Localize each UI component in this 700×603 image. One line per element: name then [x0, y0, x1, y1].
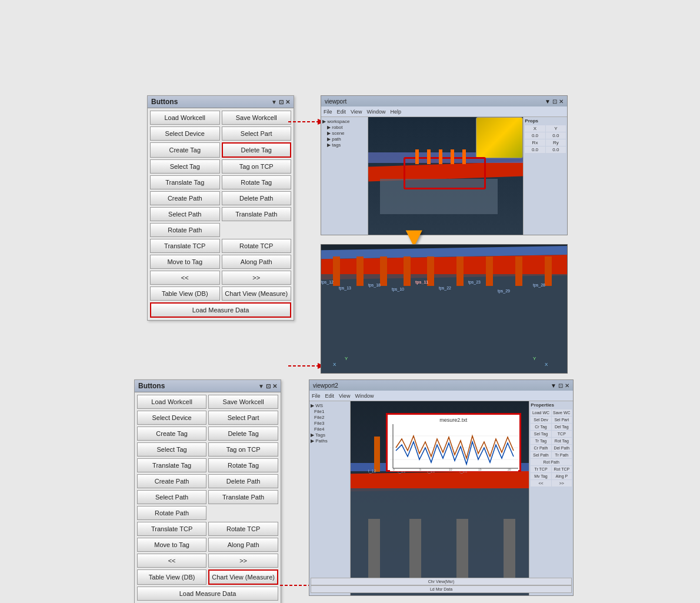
save-workcell-btn-bot[interactable]: Save Workcell — [208, 395, 278, 409]
along-path-btn-bot[interactable]: Along Path — [208, 538, 278, 552]
prev-btn-bot[interactable]: << — [137, 554, 206, 568]
delete-tag-btn-bot[interactable]: Delete Tag — [208, 427, 278, 441]
scene-area-top — [368, 117, 524, 235]
select-part-btn-top[interactable]: Select Part — [222, 126, 292, 141]
pillar-4 — [404, 256, 411, 286]
next-btn-top[interactable]: >> — [222, 271, 292, 285]
create-tag-btn-top[interactable]: Create Tag — [150, 142, 220, 158]
properties-panel-top: Props X Y 0.0 0.0 Rx Ry 0.0 0.0 — [523, 117, 567, 235]
chart-view-btn-top[interactable]: Chart View (Measure) — [222, 286, 292, 301]
bottom-buttons-panel: Buttons ▼ ⊡ ✕ Load Workcell Save Workcel… — [134, 379, 281, 603]
rotate-path-btn-top[interactable]: Rotate Path — [150, 223, 220, 237]
tag-2-top — [427, 149, 431, 164]
move-to-tag-btn-top[interactable]: Move to Tag — [150, 255, 220, 269]
viewport-menubar-bot: File Edit View Window — [309, 391, 573, 401]
rotate-tag-btn-top[interactable]: Rotate Tag — [222, 175, 292, 189]
tag-on-tcp-btn-bot[interactable]: Tag on TCP — [208, 442, 278, 457]
file-tree-bot: ▶ WS File1 File2 File3 File4 ▶ Tags ▶ Pa… — [309, 401, 351, 595]
select-device-btn-bot[interactable]: Select Device — [137, 411, 206, 425]
tag-1-top — [415, 149, 419, 164]
svg-text:20: 20 — [508, 468, 511, 471]
panel-header-top: Buttons ▼ ⊡ ✕ — [148, 96, 294, 108]
chart-view-note: Chr View(Msr) — [311, 578, 572, 585]
pillar-7 — [486, 256, 493, 286]
pillar-9 — [545, 256, 552, 286]
float-icon[interactable]: ⊡ — [279, 99, 284, 105]
close-icon[interactable]: ✕ — [285, 99, 290, 105]
select-path-btn-bot[interactable]: Select Path — [137, 490, 206, 504]
svg-text:10: 10 — [449, 468, 452, 471]
pillar-3 — [380, 256, 387, 286]
svg-text:5: 5 — [419, 468, 421, 471]
panel-header-bottom: Buttons ▼ ⊡ ✕ — [135, 380, 281, 392]
translate-path-btn-top[interactable]: Translate Path — [222, 207, 292, 221]
select-tag-btn-bot[interactable]: Select Tag — [137, 442, 206, 457]
select-device-btn-top[interactable]: Select Device — [150, 126, 220, 141]
chart-view-btn-bot[interactable]: Chart View (Measure) — [208, 569, 278, 585]
top-buttons-panel: Buttons ▼ ⊡ ✕ Load Workcell Save Workcel… — [147, 95, 294, 321]
top-viewport: viewport ▼ ⊡ ✕ File Edit View Window Hel… — [321, 95, 568, 235]
translate-path-btn-bot[interactable]: Translate Path — [208, 490, 278, 504]
load-measure-btn-bot[interactable]: Load Measure Data — [137, 587, 278, 601]
pin-icon-bottom[interactable]: ▼ — [258, 383, 264, 389]
pillar-bot-1 — [374, 437, 380, 472]
select-tag-btn-top[interactable]: Select Tag — [150, 159, 220, 174]
tag-3-top — [439, 149, 442, 164]
prev-btn-top[interactable]: << — [150, 271, 220, 285]
viewport-controls[interactable]: ▼ ⊡ ✕ — [545, 98, 564, 105]
load-measure-note: Ld Msr Data — [311, 585, 572, 593]
close-icon-bottom[interactable]: ✕ — [272, 383, 277, 389]
translate-tag-btn-bot[interactable]: Translate Tag — [137, 458, 206, 472]
translate-tcp-btn-top[interactable]: Translate TCP — [150, 239, 220, 253]
rotate-path-btn-bot[interactable]: Rotate Path — [137, 506, 206, 520]
translate-tcp-btn-bot[interactable]: Translate TCP — [137, 522, 206, 536]
panel-controls-bottom[interactable]: ▼ ⊡ ✕ — [258, 383, 277, 389]
delete-path-btn-bot[interactable]: Delete Path — [208, 474, 278, 488]
float-icon-bottom[interactable]: ⊡ — [266, 383, 271, 389]
pillar-6 — [456, 256, 464, 286]
load-workcell-btn-bot[interactable]: Load Workcell — [137, 395, 206, 409]
move-to-tag-btn-bot[interactable]: Move to Tag — [137, 538, 206, 552]
load-measure-btn-top[interactable]: Load Measure Data — [150, 302, 291, 318]
scene-area-bot: mesure2.txt — [351, 401, 529, 595]
svg-text:0: 0 — [393, 468, 395, 471]
pillar-8 — [515, 256, 522, 286]
pin-icon[interactable]: ▼ — [271, 99, 277, 105]
rotate-tcp-btn-bot[interactable]: Rotate TCP — [208, 522, 278, 536]
rotate-tag-btn-bot[interactable]: Rotate Tag — [208, 458, 278, 472]
tag-5-top — [462, 149, 466, 164]
tag-4-top — [451, 149, 454, 164]
select-path-btn-top[interactable]: Select Path — [150, 207, 220, 221]
robot-arm-top — [476, 117, 523, 158]
tag-on-tcp-btn-top[interactable]: Tag on TCP — [222, 159, 292, 174]
delete-tag-btn-top[interactable]: Delete Tag — [222, 142, 292, 158]
chart-title-label: mesure2.txt — [390, 417, 517, 423]
rotate-tcp-btn-top[interactable]: Rotate TCP — [222, 239, 292, 253]
next-btn-bot[interactable]: >> — [208, 554, 278, 568]
viewport-title-top: viewport ▼ ⊡ ✕ — [321, 96, 567, 106]
chart-overlay: mesure2.txt — [386, 413, 521, 472]
svg-text:15: 15 — [478, 468, 482, 471]
along-path-btn-top[interactable]: Along Path — [222, 255, 292, 269]
panel-title-bottom: Buttons — [138, 382, 165, 390]
chart-svg: 0 5 10 15 20 — [390, 424, 518, 471]
create-path-btn-bot[interactable]: Create Path — [137, 474, 206, 488]
load-workcell-btn-top[interactable]: Load Workcell — [150, 111, 220, 125]
save-workcell-btn-top[interactable]: Save Workcell — [222, 111, 292, 125]
create-path-btn-top[interactable]: Create Path — [150, 191, 220, 205]
create-tag-btn-bot[interactable]: Create Tag — [137, 427, 206, 441]
main-container: { "top_panel": { "title": "Buttons", "bu… — [0, 0, 700, 603]
file-tree-top: ▶ workspace ▶ robot ▶ scene ▶ path ▶ tag… — [321, 117, 368, 235]
viewport-menubar: File Edit View Window Help — [321, 106, 567, 117]
panel-controls-top[interactable]: ▼ ⊡ ✕ — [271, 99, 290, 105]
table-view-btn-top[interactable]: Table View (DB) — [150, 286, 220, 301]
delete-path-btn-top[interactable]: Delete Path — [222, 191, 292, 205]
select-part-btn-bot[interactable]: Select Part — [208, 411, 278, 425]
table-view-btn-bot[interactable]: Table View (DB) — [137, 569, 206, 585]
translate-tag-btn-top[interactable]: Translate Tag — [150, 175, 220, 189]
pillar-2 — [356, 256, 364, 286]
pillar-1 — [333, 256, 340, 286]
bottom-3d-viewport-top: tps_12 tps_13 tps_18 tps_10 tps_11 tps_2… — [321, 244, 568, 374]
viewport-title-bot: viewport2 ▼ ⊡ ✕ — [309, 380, 573, 391]
properties-panel-bot: Properties Load WC Save WC Sel Dev Sel P… — [529, 401, 573, 595]
